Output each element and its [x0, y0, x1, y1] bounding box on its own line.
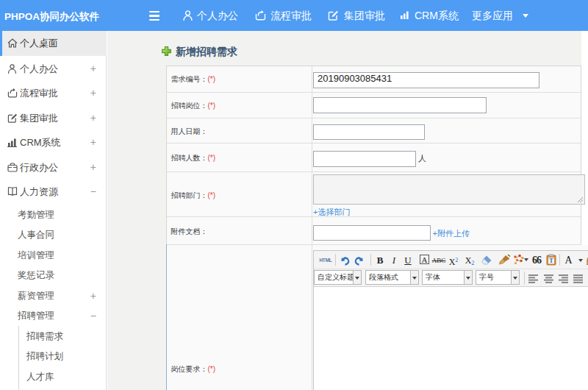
svg-text:T: T — [549, 258, 553, 264]
